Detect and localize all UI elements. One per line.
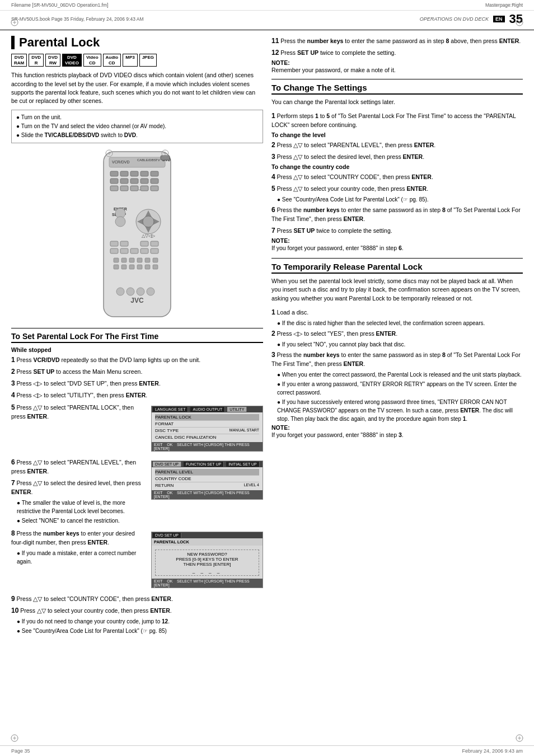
prereq-1: Turn on the unit. [16,113,258,122]
screen2-header: DVD SET UP FUNCTION SET UP INITIAL SET U… [152,461,263,467]
screen1-body: PARENTAL LOCK FORMAT DISC TYPEMANUAL STA… [152,412,263,442]
left-column: Parental Lock DVDRAM DVDR DVDRW DVDVIDEO… [11,36,263,636]
sc3-title: DVD SET UP [153,533,181,538]
svg-rect-40 [130,248,138,253]
svg-text:△▽◁▷: △▽◁▷ [142,233,156,238]
screen2-footer: EXIT OK SELECT WITH [CURSOR] THEN PRESS … [152,490,263,499]
svg-rect-48 [129,265,134,269]
step-7-bullet1: The smaller the value of level is, the m… [11,499,146,515]
step-10: 10 Press △▽ to select your country code,… [11,605,263,616]
compass-top-left [10,18,19,28]
ops-label: OPERATIONS ON DVD DECK [420,16,489,22]
page-footer: Page 35 February 24, 2006 9:43 am [0,745,534,756]
screen1: LANGUAGE SET AUDIO OUTPUT UTILITY PARENT… [151,406,263,452]
svg-point-56 [116,288,124,295]
step-10-bullet2: See "Country/Area Code List for Parental… [11,627,263,635]
svg-rect-53 [145,265,150,269]
sc3-password-area: NEW PASSWORD? PRESS [0-9] KEYS TO ENTER … [155,550,259,576]
change-step-1: 1 Perform steps 1 to 5 of "To Set Parent… [271,111,523,130]
svg-rect-16 [151,179,158,184]
svg-rect-52 [137,265,142,269]
step-8-bullet: If you made a mistake, enter a correct n… [11,549,146,566]
step-3: 3 Press ◁▷ to select "DVD SET UP", then … [11,378,263,388]
svg-point-57 [127,288,134,295]
note-text-1: Remember your password, or make a note o… [271,67,396,73]
svg-point-59 [147,288,154,295]
step-8: 8 Press the number keys to enter your de… [11,528,146,547]
header-second: SR-MV50US.book Page 35 Friday, February … [0,11,534,30]
badge-dvd-ram: DVDRAM [11,54,27,67]
step-6: 6 Press △▽ to select "PARENTAL LEVEL", t… [11,457,146,476]
badge-dvd-video: DVDVIDEO [62,54,82,67]
sc2-row1: PARENTAL LEVEL [155,469,259,476]
screen3-header: DVD SET UP [152,532,263,538]
sc1-tab3: UTILITY [227,407,247,412]
svg-rect-22 [151,186,158,191]
prereqs-box: Turn on the unit. Turn on the TV and sel… [11,110,263,143]
svg-rect-54 [153,265,158,269]
temp-step-1-bullet: If the disc is rated higher than the sel… [271,319,523,327]
temp-release-heading: To Temporarily Release Parental Lock [271,262,523,274]
compass-top-right [515,18,524,28]
svg-rect-20 [130,186,138,191]
note-block-3: NOTE: If you forget your password, enter… [271,424,523,439]
step-7-bullet2: Select "NONE" to cancel the restriction. [11,516,146,525]
temp-release-section: To Temporarily Release Parental Lock Whe… [271,262,523,439]
temp-step-3-bullet1: When you enter the correct password, the… [271,370,523,379]
sc2-row2: COUNTRY CODE [155,476,259,482]
temp-step-1: 1 Load a disc. [271,307,523,317]
content-area: Parental Lock DVDRAM DVDR DVDRW DVDVIDEO… [0,30,534,642]
badge-video-cd: VideoCD [83,54,101,67]
screen3-footer: EXIT OK SELECT WITH [CURSOR] THEN PRESS … [152,579,263,588]
svg-rect-11 [151,171,158,176]
svg-rect-10 [140,171,148,176]
change-step-6: 6 Press the number keys to enter the sam… [271,205,523,224]
note-label-2: NOTE: [271,237,290,244]
prereq-3: Slide the TV/CABLE/DBS/DVD switch to DVD… [16,131,258,140]
change-step-4: 4 Press △▽ to select "COUNTRY CODE", the… [271,172,523,182]
svg-rect-50 [145,258,150,262]
badge-mp3: MP3 [123,54,137,67]
svg-point-30 [143,216,154,227]
svg-rect-36 [140,241,148,246]
step-4: 4 Press ◁▷ to select "UTILITY", then pre… [11,390,263,400]
footer-right: February 24, 2006 9:43 am [462,748,523,754]
sc2-tab2: FUNCTION SET UP [184,462,224,467]
svg-rect-19 [120,186,128,191]
en-badge: EN [493,16,505,22]
footer-left: Page 35 [11,748,30,754]
sc3-new-pw: NEW PASSWORD? [159,552,255,557]
svg-rect-44 [121,258,127,262]
change-step-5: 5 Press △▽ to select your country code, … [271,184,523,194]
svg-rect-9 [130,171,138,176]
screen1-footer: EXIT OK SELECT WITH [CURSOR] THEN PRESS … [152,442,263,451]
screen1-header: LANGUAGE SET AUDIO OUTPUT UTILITY [152,406,263,412]
badge-dvd-rw: DVDRW [45,54,60,67]
note-block-2: NOTE: If you forget your password, enter… [271,237,523,252]
set-first-time-heading: To Set Parental Lock For The First Time [11,332,263,343]
svg-point-33 [115,217,125,227]
sc1-tab2: AUDIO OUTPUT [190,407,225,412]
svg-rect-41 [140,248,148,253]
screen3-subtitle: PARENTAL LOCK [152,538,263,546]
svg-rect-42 [151,248,158,253]
svg-rect-21 [140,186,148,191]
header-top: Filename [SR-MV50U_06DVD Operation1.fm] … [0,0,534,11]
svg-rect-6 [161,156,170,160]
svg-rect-39 [120,248,128,253]
step-10-bullet1: If you do not need to change your countr… [11,617,263,626]
note-block-1: NOTE: Remember your password, or make a … [271,59,523,74]
step-11: 11 Press the number keys to enter the sa… [271,36,523,46]
screen2-body: PARENTAL LEVEL COUNTRY CODE RETURNLEVEL … [152,467,263,490]
temp-step-3-bullet3: If you have successively entered wrong p… [271,398,523,423]
svg-rect-18 [110,186,118,191]
change-step-2: 2 Press △▽ to select "PARENTAL LEVEL", t… [271,140,523,150]
svg-rect-34 [110,241,118,246]
sc2-tab3: INITIAL SET UP [226,462,260,467]
svg-rect-43 [114,258,119,262]
section-divider [11,328,263,328]
sc1-row1: PARENTAL LOCK [155,414,259,421]
svg-rect-49 [137,258,142,262]
intro-text: This function restricts playback of DVD … [11,71,263,105]
filename-label: Filename [SR-MV50U_06DVD Operation1.fm] [11,2,108,8]
